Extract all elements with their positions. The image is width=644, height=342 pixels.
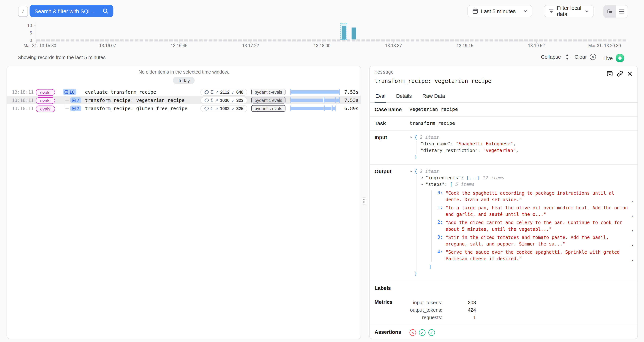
panel-resize-handle[interactable] xyxy=(362,198,366,204)
chevron-right-icon[interactable] xyxy=(420,175,426,182)
field-label: Labels xyxy=(374,285,410,291)
duration-value: 7.53s xyxy=(340,89,358,95)
output-tokens-arrow-icon: ↙ xyxy=(231,98,234,102)
metric-row: input_tokens:208 xyxy=(410,299,634,306)
plus-square-icon xyxy=(72,106,76,110)
live-label: Live xyxy=(604,55,613,61)
sum-icon: Σ xyxy=(210,106,213,111)
y-tick-10: 10 xyxy=(20,23,32,28)
span-name: evaluate transform_recipe xyxy=(85,89,197,95)
output-tokens-arrow-icon: ↙ xyxy=(231,106,234,111)
step-item: 0: "Cook the spaghetti according to pack… xyxy=(437,190,634,203)
field-row-output: Output { 2 items "ingredients": [...] 12… xyxy=(370,165,638,281)
y-tick-0: 0 xyxy=(20,38,32,43)
expand-children-badge[interactable]: 7 xyxy=(70,97,82,103)
tree-connector xyxy=(65,100,68,100)
step-item: 2: "Add the diced carrot and celery to t… xyxy=(437,220,634,232)
collapse-icon xyxy=(564,54,570,60)
chevron-down-icon[interactable] xyxy=(410,168,414,175)
assertion-pass-icon: ✓ xyxy=(419,329,426,336)
x-tick-label: Mar 31. 13:20:30 xyxy=(588,43,621,48)
output-tokens-value: 325 xyxy=(236,106,244,111)
scope-badge[interactable]: evals xyxy=(36,106,55,112)
coin-icon xyxy=(204,106,209,111)
chevron-down-icon[interactable] xyxy=(410,134,414,141)
input-tokens-value: 1082 xyxy=(220,106,230,111)
scope-badge[interactable]: evals xyxy=(36,89,55,96)
tab-eval[interactable]: Eval xyxy=(374,91,386,103)
tab-raw-data[interactable]: Raw Data xyxy=(422,91,446,102)
clear-button[interactable]: Clear × xyxy=(575,54,596,60)
input-tokens-arrow-icon: ↗ xyxy=(215,98,218,102)
token-counts: Σ ↗ 1030 ↙ 323 xyxy=(200,97,247,104)
dock-panel-icon[interactable] xyxy=(606,70,613,77)
histogram-bar-2[interactable] xyxy=(352,28,356,40)
x-tick-label: 13:16:07 xyxy=(99,43,116,48)
trace-rows: 13:18:11 evals 16 evaluate transform_rec… xyxy=(7,88,360,112)
copy-link-icon[interactable] xyxy=(617,70,623,77)
x-axis-tick xyxy=(36,42,36,43)
metric-row: requests:1 xyxy=(410,314,634,321)
input-tokens-arrow-icon: ↗ xyxy=(215,106,218,111)
x-tick-label: 13:16:45 xyxy=(171,43,188,48)
field-row-metrics: Metrics input_tokens:208 output_tokens:4… xyxy=(370,295,638,325)
instrumentation-tag[interactable]: pydantic-evals xyxy=(252,89,286,95)
trace-list-panel: No older items in the selected time wind… xyxy=(6,66,361,339)
field-row-assertions: Assertions × ✓ ✓ xyxy=(370,325,638,339)
field-row-input: Input { 2 items "dish_name": "Spaghetti … xyxy=(370,130,638,165)
chevron-down-icon[interactable] xyxy=(420,182,426,188)
time-range-dropdown[interactable]: Last 5 minutes xyxy=(467,5,532,17)
x-tick-label: 13:19:52 xyxy=(528,43,545,48)
x-axis-tick xyxy=(108,42,108,43)
span-name: transform_recipe: gluten_free_recipe xyxy=(85,106,197,111)
trace-row-vegetarian-recipe[interactable]: 13:18:11 evals 7 transform_recipe: veget… xyxy=(7,96,360,104)
live-indicator-icon xyxy=(616,54,624,62)
instrumentation-tag[interactable]: pydantic-evals xyxy=(252,97,286,104)
histogram-selection[interactable] xyxy=(340,23,347,40)
no-older-items-text: No older items in the selected time wind… xyxy=(7,69,360,74)
json-entry: "dish_name": "Spaghetti Bolognese", xyxy=(420,141,634,147)
expand-children-badge[interactable]: 7 xyxy=(70,106,82,111)
view-mode-toggle xyxy=(604,5,628,18)
tree-view-button[interactable] xyxy=(604,6,616,18)
field-label: Case name xyxy=(374,106,410,112)
case-name-value: vegetarian_recipe xyxy=(410,106,634,112)
sum-icon: Σ xyxy=(210,98,213,103)
today-divider-pill[interactable]: Today xyxy=(173,77,195,84)
y-axis-line xyxy=(36,22,36,42)
search-input[interactable]: Search & filter with SQL... xyxy=(30,5,114,17)
assertion-fail-icon: × xyxy=(410,329,416,336)
close-icon[interactable] xyxy=(627,71,633,76)
step-item: 1: "In a large pan, heat the olive oil o… xyxy=(437,205,634,218)
collapsed-array[interactable]: [...] xyxy=(466,175,480,181)
task-value: transform_recipe xyxy=(410,120,634,126)
assertion-pass-icon: ✓ xyxy=(428,329,435,336)
input-tokens-value: 1030 xyxy=(220,98,230,103)
trace-row-gluten-free-recipe[interactable]: 13:18:11 evals 7 transform_recipe: glute… xyxy=(7,104,360,112)
tree-connector xyxy=(65,108,68,109)
collapse-button[interactable]: Collapse xyxy=(541,54,570,60)
duration-bar xyxy=(290,97,340,103)
trace-row-evaluate-transform-recipe[interactable]: 13:18:11 evals 16 evaluate transform_rec… xyxy=(7,88,360,96)
scope-badge[interactable]: evals xyxy=(36,97,55,104)
field-label: Metrics xyxy=(374,299,410,321)
x-axis-tick xyxy=(322,42,322,43)
field-label: Output xyxy=(374,168,410,277)
duration-bar xyxy=(290,106,340,111)
input-tokens-arrow-icon: ↗ xyxy=(215,90,218,94)
y-axis-tick xyxy=(34,26,36,26)
y-tick-5: 5 xyxy=(20,30,32,35)
tab-details[interactable]: Details xyxy=(395,91,412,102)
step-item: 3: "Stir in the diced tomatoes and tomat… xyxy=(437,234,634,247)
search-placeholder: Search & filter with SQL... xyxy=(34,8,103,14)
list-view-button[interactable] xyxy=(616,6,628,18)
row-timestamp: 13:18:11 xyxy=(12,106,36,111)
field-row-case-name: Case name vegetarian_recipe xyxy=(370,103,638,116)
coin-icon xyxy=(204,98,209,102)
filter-local-data-dropdown[interactable]: Filter local data xyxy=(544,5,594,17)
slash-shortcut-keycap: / xyxy=(18,6,28,17)
live-button[interactable]: Live xyxy=(604,54,624,62)
instrumentation-tag[interactable]: pydantic-evals xyxy=(252,105,286,112)
input-tokens-value: 2112 xyxy=(220,90,230,94)
collapse-children-badge[interactable]: 16 xyxy=(63,89,76,95)
